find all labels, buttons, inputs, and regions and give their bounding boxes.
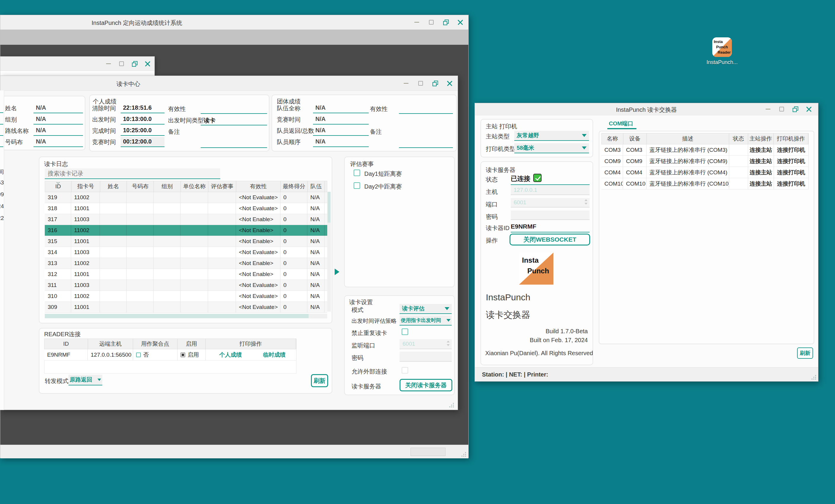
table-row[interactable]: COM9COM9蓝牙链接上的标准串行 (COM9)连接主站连接打印机 (602, 156, 809, 167)
column-header[interactable]: 最终得分 (281, 181, 308, 192)
close-icon[interactable] (806, 106, 812, 113)
table-cell: 11002 (71, 258, 100, 268)
spinner-icon[interactable] (447, 339, 450, 347)
print-action-link[interactable]: 临时成绩 (263, 351, 285, 359)
station-type-dropdown[interactable]: 灰常越野 (514, 131, 589, 141)
table-row[interactable]: E9NRMF127.0.0.1:56500否启用个人成绩临时成绩 (44, 349, 297, 361)
column-header[interactable]: 状态 (729, 134, 748, 144)
print-action-link[interactable]: 个人成绩 (219, 351, 242, 359)
minimize-icon[interactable] (403, 80, 409, 86)
close-websocket-button[interactable]: 关闭WEBSOCKET (510, 234, 590, 245)
printer-type-dropdown[interactable]: 58毫米 (514, 143, 589, 153)
strategy-dropdown[interactable]: 使用指卡出发时间 (400, 316, 452, 325)
spinner-icon[interactable] (585, 198, 588, 206)
table-row[interactable]: 31511001<Not Enable>0N/A (45, 236, 327, 247)
connect-station-link[interactable]: 连接主站 (748, 167, 774, 178)
maximize-icon[interactable] (118, 60, 125, 67)
refresh-button[interactable]: 刷新 (797, 347, 813, 359)
column-header[interactable]: 组别 (154, 181, 181, 192)
minimize-icon[interactable] (105, 60, 112, 67)
connect-printer-link[interactable]: 连接打印机 (774, 178, 809, 189)
minimize-icon[interactable] (413, 19, 420, 25)
connect-printer-link[interactable]: 连接打印机 (774, 167, 809, 178)
restore-icon[interactable] (792, 106, 798, 113)
close-icon[interactable] (446, 80, 453, 86)
column-header[interactable]: 主站操作 (748, 134, 774, 144)
resize-grip-icon[interactable] (461, 452, 466, 457)
close-icon[interactable] (144, 60, 151, 67)
table-row[interactable]: 31411003<Not Evaluate>0N/A (45, 247, 327, 258)
expand-arrow-icon[interactable] (335, 268, 340, 275)
connect-printer-link[interactable]: 连接打印机 (774, 144, 809, 155)
table-cell: <Not Evaluate> (236, 280, 280, 290)
connect-station-link[interactable]: 连接主站 (748, 178, 774, 189)
forward-mode-dropdown[interactable]: 原路返回 (68, 375, 102, 385)
table-row[interactable]: 31811001<Not Evaluate>0N/A (45, 203, 327, 214)
vertical-scrollbar[interactable] (327, 192, 331, 311)
action-label: 操作 (486, 237, 498, 245)
column-header[interactable]: 名称 (602, 134, 623, 144)
column-header[interactable]: 评估赛事 (208, 181, 236, 192)
column-header[interactable]: 描述 (647, 134, 729, 144)
mode-dropdown[interactable]: 读卡评估 (400, 304, 452, 314)
instapunch-reader-icon[interactable]: Insta Punch Reader (712, 37, 732, 57)
table-row[interactable]: 30911001<Not Evaluate>0N/A (45, 302, 327, 313)
restore-icon[interactable] (131, 60, 138, 67)
connect-printer-link[interactable]: 连接打印机 (774, 156, 809, 167)
close-icon[interactable] (457, 19, 464, 25)
password-input[interactable] (400, 351, 452, 362)
table-row[interactable]: 31111003<Not Evaluate>0N/A (45, 280, 327, 291)
table-row[interactable]: 31711003<Not Enable>0N/A (45, 214, 327, 225)
column-header[interactable]: 用作聚合点 (133, 339, 178, 349)
enable-checkbox[interactable] (181, 352, 185, 357)
column-header[interactable]: 队伍 (308, 181, 325, 192)
column-header[interactable]: 有效性 (236, 181, 281, 192)
table-row[interactable]: 31311002<Not Enable>0N/A (45, 258, 327, 269)
column-header[interactable]: ID (44, 339, 88, 349)
search-input[interactable] (45, 168, 220, 179)
horizontal-scrollbar-thumb[interactable] (45, 314, 309, 318)
restore-icon[interactable] (432, 80, 439, 86)
table-row[interactable]: 31011002<Not Evaluate>0N/A (45, 291, 327, 302)
no-repeat-checkbox[interactable] (402, 328, 408, 335)
table-row[interactable]: COM4COM4蓝牙链接上的标准串行 (COM4)连接主站连接打印机 (602, 167, 809, 178)
resize-grip-icon[interactable] (811, 375, 816, 380)
column-header[interactable]: 打印操作 (206, 339, 296, 349)
vertical-scrollbar-thumb[interactable] (328, 192, 330, 223)
printer-type-value: 58毫米 (517, 144, 534, 152)
maximize-icon[interactable] (428, 19, 434, 25)
restore-icon[interactable] (443, 19, 449, 25)
table-row[interactable]: 31211001<Not Enable>0N/A (45, 269, 327, 280)
table-row[interactable]: 31911002<Not Evaluate>0N/A (45, 192, 327, 203)
refresh-button[interactable]: 刷新 (311, 374, 328, 387)
column-header[interactable]: 打印机操作 (774, 134, 808, 144)
resize-grip-icon[interactable] (449, 403, 454, 407)
column-header[interactable]: 单位名称 (181, 181, 208, 192)
column-header[interactable]: 远端主机 (88, 339, 134, 349)
password-input[interactable] (511, 210, 590, 220)
event-checkbox[interactable] (354, 182, 360, 189)
table-row[interactable]: COM3COM3蓝牙链接上的标准串行 (COM3)连接主站连接打印机 (602, 144, 809, 156)
connect-station-link[interactable]: 连接主站 (748, 156, 774, 167)
maximize-icon[interactable] (418, 80, 424, 86)
allow-external-checkbox[interactable] (402, 367, 408, 374)
tab-com-port[interactable]: COM端口 (609, 120, 633, 127)
table-row[interactable]: COM10COM10蓝牙链接上的标准串行 (COM10)连接主站连接打印机 (602, 178, 809, 189)
aggregate-checkbox[interactable] (136, 352, 141, 357)
desktop-icon-instapunch-reader[interactable]: Insta Punch Reader InstaPunch... (701, 37, 743, 65)
connect-station-link[interactable]: 连接主站 (748, 144, 774, 155)
event-checkbox[interactable] (354, 169, 360, 176)
table-row[interactable]: 31611002<Not Enable>0N/A (45, 225, 327, 236)
column-header[interactable]: 号码布 (127, 181, 154, 192)
table-cell (126, 302, 154, 313)
table-cell: 0 (280, 258, 307, 268)
horizontal-scrollbar[interactable] (45, 314, 327, 318)
column-header[interactable]: 启用 (178, 339, 206, 349)
column-header[interactable]: ID (45, 181, 72, 192)
minimize-icon[interactable] (765, 106, 771, 113)
close-card-server-button[interactable]: 关闭读卡服务器 (400, 379, 452, 391)
column-header[interactable]: 姓名 (100, 181, 127, 192)
maximize-icon[interactable] (778, 106, 785, 113)
column-header[interactable]: 指卡号 (72, 181, 100, 192)
column-header[interactable]: 设备 (623, 134, 647, 144)
